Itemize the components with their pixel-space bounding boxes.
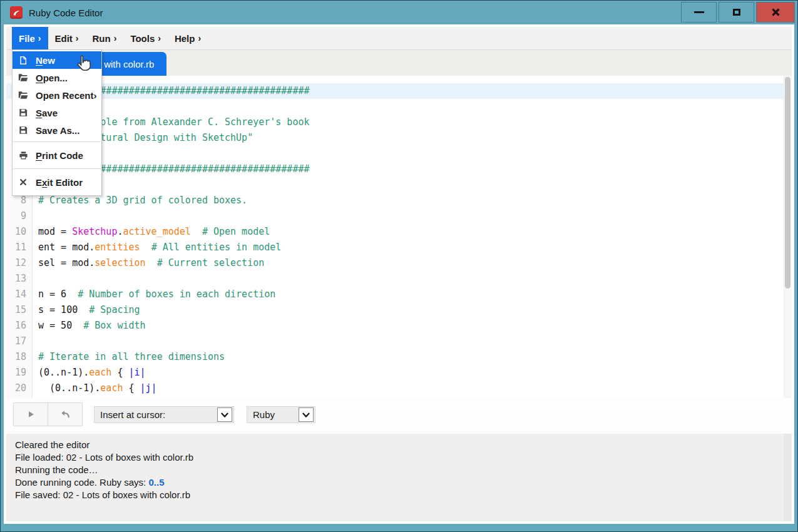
menu-edit[interactable]: Edit› [48, 27, 86, 49]
menu-item-label: Open Recent [36, 90, 94, 101]
line-number: 16 [6, 318, 33, 334]
maximize-button[interactable] [719, 2, 754, 23]
code-line: 4# "Architectural Design with SketchUp" [6, 130, 792, 146]
insert-at-cursor-select[interactable]: Insert at cursor: [94, 406, 234, 423]
language-select-value: Ruby [247, 409, 299, 420]
code-text [33, 208, 38, 224]
menu-label: Run [93, 33, 111, 44]
minimize-icon [694, 11, 704, 13]
menu-separator [13, 168, 101, 169]
submenu-arrow-icon: › [94, 90, 102, 101]
tab-bar: 02 - Lots of boxes with color.rb [6, 49, 792, 76]
app-window: Ruby Code Editor File›Edit›Run›Tools›Hel… [0, 0, 798, 532]
code-editor[interactable]: 1#######################################… [6, 76, 792, 398]
code-lines: 1#######################################… [6, 76, 792, 396]
close-button[interactable] [756, 2, 795, 23]
open-folder-icon [18, 90, 28, 100]
menu-item-print-code[interactable]: Print Code [13, 145, 101, 166]
new-file-icon [18, 55, 28, 65]
log-line: Running the code… [15, 464, 783, 476]
hand-cursor-icon [75, 54, 94, 76]
line-number: 12 [6, 255, 33, 271]
code-line: 19(0..n-1).each { |i| [6, 365, 792, 381]
line-number: 10 [6, 224, 33, 240]
save-icon [18, 125, 28, 135]
menu-item-label: Open... [36, 73, 68, 83]
code-line: 8# Creates a 3D grid of colored boxes. [6, 193, 792, 208]
code-line: 14n = 6 # Number of boxes in each direct… [6, 287, 792, 302]
chevron-right-icon: › [114, 33, 117, 43]
menu-tools[interactable]: Tools› [123, 27, 168, 49]
log-line: File loaded: 02 - Lots of boxes with col… [15, 451, 783, 464]
title-bar[interactable]: Ruby Code Editor [1, 1, 797, 24]
menu-item-label: New [36, 55, 55, 66]
chevron-right-icon: › [198, 33, 201, 43]
menu-label: Help [175, 33, 195, 44]
chevron-down-icon [220, 411, 229, 419]
code-text: n = 6 # Number of boxes in each directio… [33, 287, 275, 302]
code-text: ent = mod.entities # All entities in mod… [33, 240, 281, 255]
insert-select-label: Insert at cursor: [95, 409, 217, 420]
code-text: mod = Sketchup.active_model # Open model [33, 224, 270, 240]
code-text: # Iterate in all three dimensions [33, 349, 225, 365]
code-text: sel = mod.selection # Current selection [33, 255, 264, 271]
close-x-icon [18, 177, 28, 187]
printer-icon [18, 150, 28, 160]
menu-label: File [19, 33, 35, 44]
ruby-result-value: 0..5 [148, 477, 164, 488]
code-text: (0..n-1).each { |i| [33, 365, 146, 381]
run-button[interactable] [13, 402, 48, 426]
editor-scrollbar-thumb[interactable] [785, 77, 790, 289]
open-folder-icon [18, 73, 28, 83]
maximize-icon [733, 9, 740, 16]
code-line: 5# [6, 146, 792, 161]
save-icon [18, 108, 28, 118]
toolbar-button-group [13, 402, 83, 426]
menu-bar: File›Edit›Run›Tools›Help› [6, 27, 792, 49]
line-number: 18 [6, 349, 33, 365]
log-scrollbar-track[interactable] [784, 434, 792, 521]
line-number: 19 [6, 365, 33, 381]
code-text: (0..n-1).each { |j| [33, 381, 157, 396]
log-line: File saved: 02 - Lots of boxes with colo… [15, 489, 783, 501]
file-menu: NewOpen...Open Recent›SaveSave As...Prin… [12, 49, 102, 196]
menu-file[interactable]: File› [12, 27, 48, 49]
menu-item-save[interactable]: Save [13, 104, 101, 121]
chevron-right-icon: › [38, 33, 41, 43]
code-line: 12sel = mod.selection # Current selectio… [6, 255, 792, 271]
window-title: Ruby Code Editor [29, 8, 103, 18]
menu-run[interactable]: Run› [86, 27, 124, 49]
minimize-button[interactable] [681, 2, 717, 23]
code-line: 13 [6, 271, 792, 287]
editor-scrollbar-track[interactable] [784, 76, 792, 398]
code-text: s = 100 # Spacing [33, 302, 140, 318]
menu-item-save-as[interactable]: Save As... [13, 121, 101, 139]
menu-item-label: Exit Editor [36, 177, 83, 188]
language-select[interactable]: Ruby [247, 406, 315, 423]
log-line: Done running code. Ruby says: 0..5 [15, 476, 783, 489]
code-text: w = 50 # Box width [33, 318, 146, 334]
menu-help[interactable]: Help› [168, 27, 208, 49]
code-line: 20 (0..n-1).each { |j| [6, 381, 792, 396]
code-line: 16w = 50 # Box width [6, 318, 792, 334]
play-icon [26, 409, 36, 419]
code-line: 7# [6, 177, 792, 193]
menu-item-label: Print Code [36, 150, 83, 161]
code-line: 9 [6, 208, 792, 224]
editor-toolbar: Insert at cursor: Ruby [6, 398, 792, 434]
menu-separator [13, 141, 101, 142]
output-log: Cleared the editorFile loaded: 02 - Lots… [6, 434, 792, 521]
window-controls [681, 2, 795, 23]
code-line: 10mod = Sketchup.active_model # Open mod… [6, 224, 792, 240]
line-number: 15 [6, 302, 33, 318]
code-line: 6#######################################… [6, 161, 792, 177]
menu-item-open-recent[interactable]: Open Recent› [13, 86, 101, 104]
code-text [33, 271, 38, 287]
chevron-right-icon: › [158, 33, 161, 43]
dropdown-chevron-box [217, 407, 232, 422]
menu-item-exit-editor[interactable]: Exit Editor [13, 171, 101, 193]
undo-button[interactable] [48, 402, 83, 426]
line-number: 9 [6, 208, 33, 224]
log-line: Cleared the editor [15, 439, 783, 451]
line-number: 14 [6, 287, 33, 302]
